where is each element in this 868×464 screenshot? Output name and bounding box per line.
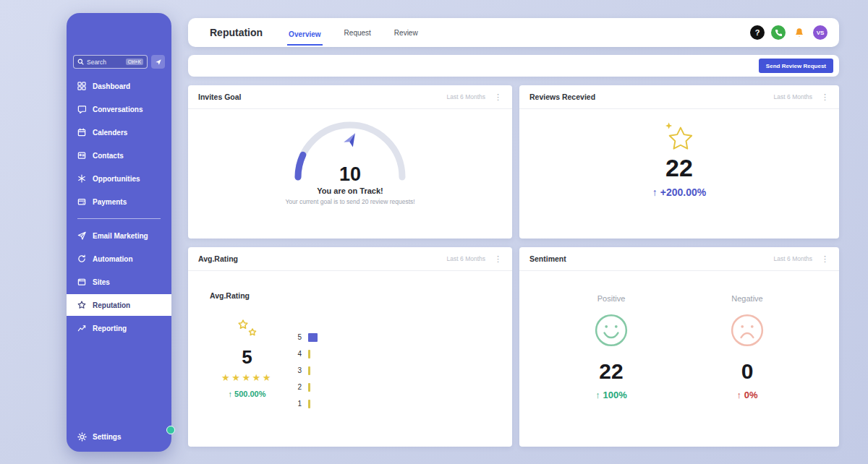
sidebar-item-opportunities[interactable]: Opportunities [67,168,171,189]
kebab-menu-icon[interactable]: ⋮ [494,255,502,263]
rating-row-5: 5 [293,329,318,345]
send-review-request-button[interactable]: Send Review Request [759,59,833,73]
sidebar-item-label: Contacts [93,152,124,160]
sentiment-positive-column: Positive 22 ↑ 100% [564,294,658,447]
rating-bar [308,333,318,342]
sidebar-expand-handle[interactable] [166,426,175,434]
sidebar-item-label: Opportunities [93,175,140,183]
sidebar-item-label: Conversations [93,106,142,113]
card-period: Last 6 Months [774,93,812,100]
negative-change: ↑ 0% [700,390,794,400]
negative-label: Negative [700,294,794,303]
help-button[interactable]: ? [750,25,765,40]
smiley-face-icon [594,313,629,348]
automation-icon [77,254,86,263]
sites-icon [77,278,86,286]
sidebar-item-sites[interactable]: Sites [67,271,171,293]
kebab-menu-icon[interactable]: ⋮ [821,93,829,101]
phone-button[interactable] [771,25,786,40]
sidebar-item-settings[interactable]: Settings [77,432,121,442]
avg-rating-label: Avg.Rating [210,291,250,300]
payments-icon [77,197,86,206]
card-body: 10 You are on Track! Your current goal i… [188,116,512,246]
up-arrow-icon: ↑ [737,390,742,400]
avg-rating-change: ↑ 500.00% [205,390,289,398]
sidebar-item-label: Calenders [93,129,127,137]
negative-value: 0 [700,359,794,384]
card-header: Invites Goal Last 6 Months ⋮ [188,85,512,109]
calendar-icon [77,128,86,137]
rating-row-4: 4 [293,345,318,362]
tab-overview[interactable]: Overview [287,27,322,46]
topbar: Reputation Overview Request Review ? VS [188,18,839,47]
frowny-face-icon [730,313,765,348]
gear-icon [77,432,87,442]
kebab-menu-icon[interactable]: ⋮ [494,93,502,101]
positive-change: ↑ 100% [564,390,658,400]
sidebar-item-dashboard[interactable]: Dashboard [67,75,171,97]
sidebar-item-label: Reporting [93,325,127,332]
bell-icon [794,27,804,38]
card-header: Reviews Recevied Last 6 Months ⋮ [519,85,839,109]
notifications-button[interactable] [792,25,807,40]
settings-label: Settings [93,433,121,441]
grid-icon [77,82,86,90]
sidebar-search-row: Search Ctrl+K [73,55,165,69]
sentiment-card: Sentiment Last 6 Months ⋮ Positive 22 ↑ … [519,247,839,447]
sidebar-divider [77,218,161,219]
page: Search Ctrl+K Dashboard Conversations Ca… [0,0,868,464]
reviews-received-card: Reviews Recevied Last 6 Months ⋮ 22 ↑ +2… [519,85,839,239]
sidebar-item-contacts[interactable]: Contacts [67,145,171,166]
page-title: Reputation [210,27,263,38]
rating-bar [308,400,310,408]
positive-label: Positive [564,294,658,303]
opportunities-icon [77,174,86,183]
sidebar-item-label: Payments [93,198,127,206]
sidebar-item-payments[interactable]: Payments [67,191,171,212]
sidebar-item-label: Automation [93,255,133,263]
rating-distribution-chart: 5 4 3 2 1 [293,329,318,412]
positive-value: 22 [564,359,658,384]
trend-icon [77,324,86,332]
kebab-menu-icon[interactable]: ⋮ [821,255,829,263]
card-period: Last 6 Months [447,255,485,262]
user-avatar[interactable]: VS [813,25,827,40]
sidebar-item-reporting[interactable]: Reporting [67,317,171,339]
rating-bar [308,350,310,358]
rating-row-3: 3 [293,362,318,379]
star-rating-row: ★★★★★ [205,372,289,383]
sidebar-item-automation[interactable]: Automation [67,248,171,270]
invites-goal-value: 10 [339,163,361,186]
sidebar-item-email-marketing[interactable]: Email Marketing [67,225,171,246]
topbar-icons: ? VS [750,25,827,40]
card-title: Avg.Rating [198,254,238,263]
reviews-received-change: ↑ +200.00% [652,186,706,198]
search-input[interactable]: Search Ctrl+K [73,55,148,69]
sidebar-toggle-icon [155,59,162,66]
reviews-received-value: 22 [665,154,693,182]
tab-request[interactable]: Request [343,26,373,40]
rating-bar [308,366,310,375]
double-star-icon [236,319,259,340]
card-body: Avg.Rating 5 ★★★★★ ↑ 500.00% 5 4 3 2 1 [188,271,512,447]
card-title: Invites Goal [198,93,242,101]
sidebar-item-calendars[interactable]: Calenders [67,121,171,143]
avg-rating-value: 5 [205,346,289,369]
invites-gauge: 10 [289,116,412,183]
star-icon [77,301,86,309]
review-star-icon [663,121,696,154]
sidebar: Search Ctrl+K Dashboard Conversations Ca… [67,13,171,452]
action-bar: Send Review Request [188,55,839,77]
sidebar-toggle-button[interactable] [151,55,165,69]
sidebar-item-conversations[interactable]: Conversations [67,98,171,120]
card-body: 22 ↑ +200.00% [519,109,839,239]
tab-review[interactable]: Review [393,26,420,40]
card-body: Positive 22 ↑ 100% Negative 0 ↑ 0% [519,271,839,447]
goal-status-text: You are on Track! [188,186,512,195]
invites-goal-card: Invites Goal Last 6 Months ⋮ 10 You are … [188,85,512,239]
sidebar-item-label: Reputation [93,301,130,309]
sidebar-nav: Dashboard Conversations Calenders Contac… [67,75,171,340]
contact-card-icon [77,151,86,160]
sidebar-item-label: Email Marketing [93,232,148,240]
sidebar-item-reputation[interactable]: Reputation [67,294,171,316]
